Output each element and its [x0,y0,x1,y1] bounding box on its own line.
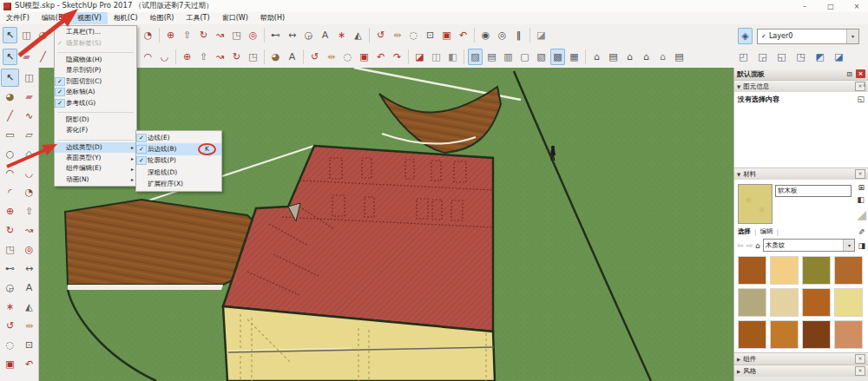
trim-icon[interactable]: ◩ [812,49,827,65]
scale-icon[interactable]: ◳ [246,49,260,65]
collection-dropdown-arrow-icon[interactable]: ▾ [843,240,854,251]
two-point-arc-icon[interactable]: ◡ [20,164,38,182]
materials-header[interactable]: ▼ 材料 × [734,168,868,180]
protractor-icon[interactable]: ◶ [301,27,316,43]
zoom-extents-icon[interactable]: ▣ [1,355,19,373]
zoom-icon[interactable]: ◌ [1,336,19,354]
tab-edit[interactable]: 编辑 [760,227,773,236]
house-icon[interactable]: ⌂ [622,49,637,65]
make-component-icon[interactable]: ◫ [19,27,34,43]
scale-icon[interactable]: ◳ [229,27,244,43]
rotate-icon[interactable]: ↻ [196,27,211,43]
dimension-icon[interactable]: ↔ [285,27,299,43]
gable-house-icon[interactable]: ⌂ [589,49,604,65]
circle-icon[interactable]: ○ [1,145,19,163]
outer-shell-icon[interactable]: ◰ [736,49,751,65]
material-swatch[interactable] [802,288,831,317]
text-icon[interactable]: A [20,279,38,297]
tab-select[interactable]: 选择 [738,227,751,236]
material-swatch[interactable] [738,320,766,349]
components-header[interactable]: ▶ 组件 × [734,352,868,365]
menu-item[interactable]: 窗口(W) [216,12,254,24]
components-close-icon[interactable]: × [855,354,865,364]
house-outline-icon[interactable]: ⌂ [655,49,670,65]
arc-icon[interactable]: ◠ [141,49,155,65]
push-pull-icon[interactable]: ⇧ [196,49,211,65]
zoom-window-icon[interactable]: ⊡ [423,27,437,43]
view-menu-item[interactable]: 边线类型(D) ▸ [55,142,136,153]
two-point-arc-icon[interactable]: ◡ [157,49,172,65]
submenu-item[interactable]: ✓ 轮廓线(P) [136,155,221,167]
entity-info-header[interactable]: ▼ 图元信息 × [734,80,868,92]
material-swatch[interactable] [738,256,766,285]
menu-item[interactable]: 编辑(E) [36,12,71,24]
paint-bucket-icon[interactable]: ◕ [268,49,283,65]
material-preview[interactable] [738,184,773,224]
push-pull-icon[interactable]: ⇧ [180,27,194,43]
toolbar-icon[interactable] [585,49,586,64]
look-around-icon[interactable]: ◎ [495,27,510,43]
rotated-rectangle-icon[interactable]: ▱ [20,126,38,144]
toolbar-icon[interactable] [175,49,176,64]
submenu-item[interactable]: 深粗线(D) [136,167,221,178]
orbit-icon[interactable]: ↺ [373,27,388,43]
material-swatch[interactable] [834,288,863,317]
view-menu-item[interactable]: 显示剖切(P) [55,65,136,76]
menu-item[interactable]: 文件(F) [0,12,36,24]
xray-style-icon[interactable]: ▨ [468,49,483,65]
cabinet-icon[interactable]: ▤ [606,49,621,65]
select-tool-icon[interactable]: ↖ [1,69,19,87]
select-tool-icon[interactable]: ↖ [3,49,17,65]
material-swatch[interactable] [738,288,766,317]
make-component-icon[interactable]: ◫ [20,69,38,87]
zoom-icon[interactable]: ◌ [340,49,355,65]
toolbar-icon[interactable] [408,49,409,64]
view-menu-item[interactable]: ✓ 坐标轴(A) [55,87,136,97]
sample-paint-icon[interactable]: ✎ [857,228,865,235]
union-icon[interactable]: ◱ [774,49,789,65]
eraser-icon[interactable]: ▰ [20,88,38,106]
protractor-icon[interactable]: ◶ [1,279,19,297]
view-menu-item[interactable]: 表面类型(Y) ▸ [55,153,136,163]
toolbar-icon[interactable] [529,28,530,43]
toolbar-icon[interactable] [264,28,265,43]
hidden-line-style-icon[interactable]: ▢ [517,49,532,65]
eraser-icon[interactable]: ▰ [19,49,34,65]
wireframe-style-icon[interactable]: ▥ [501,49,516,65]
zoom-window-icon[interactable]: ⊡ [20,336,38,354]
tape-measure-icon[interactable]: ⊷ [1,259,19,278]
3d-text-icon[interactable]: ◭ [351,27,365,43]
submenu-item[interactable]: 扩展程序(X) [136,179,221,190]
collection-dropdown[interactable]: 木质纹 ▾ [763,239,856,252]
toolbar-icon[interactable] [159,28,160,43]
scroll-up-icon[interactable]: ∧ [863,82,866,88]
zoom-icon[interactable]: ◌ [406,27,421,43]
zoom-extents-icon[interactable]: ▣ [439,27,454,43]
menu-item[interactable]: 帮助(H) [254,12,291,24]
paint-bucket-icon[interactable]: ◕ [1,88,19,106]
layer-dropdown[interactable]: ✓ Layer0 ▾ [757,29,859,44]
previous-view-icon[interactable]: ↶ [20,355,38,373]
view-menu-item[interactable] [57,137,134,141]
view-menu-item[interactable]: 阴影(D) [55,115,136,125]
pan-icon[interactable]: ⇹ [390,27,404,43]
previous-view-icon[interactable]: ↶ [456,27,470,43]
3d-text-icon[interactable]: ◭ [20,298,38,316]
secondary-pane-icon[interactable]: ◢ [857,208,866,220]
styles-close-icon[interactable]: × [855,366,865,376]
barn-icon[interactable]: ⌂ [639,49,654,65]
styles-header[interactable]: ▶ 风格 × [734,365,868,377]
split-icon[interactable]: ◪ [832,49,846,65]
menu-item[interactable]: 视图(V) [71,12,108,24]
view-menu-item[interactable]: 工具栏(T)... [55,27,136,37]
paint-bucket-icon[interactable]: ◕ [36,27,50,43]
push-pull-icon[interactable]: ⇧ [20,202,38,220]
orbit-icon[interactable]: ↺ [1,317,19,335]
shaded-style-icon[interactable]: ▧ [534,49,549,65]
material-swatch[interactable] [770,256,799,285]
monochrome-style-icon[interactable]: ▦ [567,49,582,65]
submenu-item[interactable]: ✓ 边线(E) [136,132,221,143]
axes-icon[interactable]: ∗ [1,298,19,316]
pan-icon[interactable]: ⇹ [324,49,339,65]
position-camera-icon[interactable]: ◉ [478,27,493,43]
